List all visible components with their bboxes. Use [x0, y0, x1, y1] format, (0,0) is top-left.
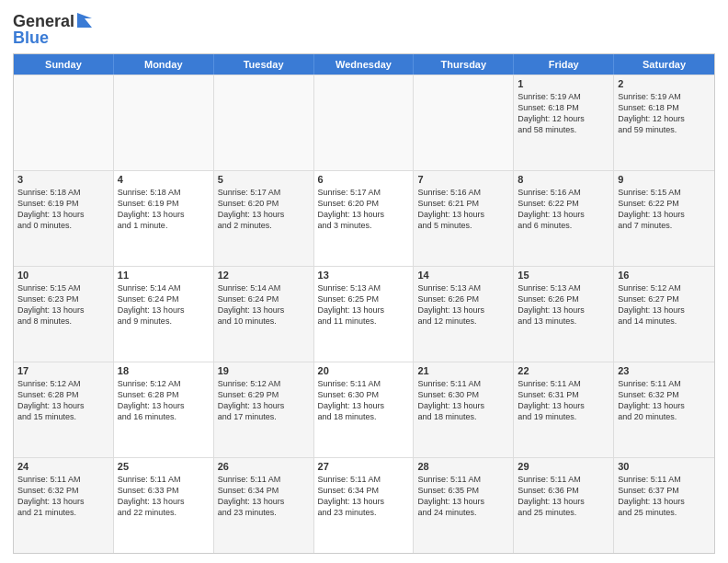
cal-cell-empty-0-0	[14, 75, 114, 170]
page: General Blue SundayMondayTuesdayWednesda…	[0, 0, 728, 563]
calendar-body: 1Sunrise: 5:19 AMSunset: 6:18 PMDaylight…	[14, 75, 714, 553]
cell-info: Sunrise: 5:13 AMSunset: 6:26 PMDaylight:…	[518, 282, 609, 327]
cell-info: Sunrise: 5:15 AMSunset: 6:23 PMDaylight:…	[17, 282, 109, 327]
cal-cell-1: 1Sunrise: 5:19 AMSunset: 6:18 PMDaylight…	[514, 75, 614, 170]
cal-cell-27: 27Sunrise: 5:11 AMSunset: 6:34 PMDayligh…	[314, 458, 415, 553]
header-day-sunday: Sunday	[14, 54, 114, 75]
cal-cell-22: 22Sunrise: 5:11 AMSunset: 6:31 PMDayligh…	[514, 362, 614, 457]
cell-info: Sunrise: 5:15 AMSunset: 6:22 PMDaylight:…	[618, 187, 711, 232]
cell-info: Sunrise: 5:17 AMSunset: 6:20 PMDaylight:…	[218, 187, 310, 232]
cell-info: Sunrise: 5:11 AMSunset: 6:30 PMDaylight:…	[417, 378, 509, 423]
cell-info: Sunrise: 5:11 AMSunset: 6:31 PMDaylight:…	[518, 378, 609, 423]
header-day-wednesday: Wednesday	[314, 54, 415, 75]
header-day-monday: Monday	[114, 54, 214, 75]
cal-cell-18: 18Sunrise: 5:12 AMSunset: 6:28 PMDayligh…	[114, 362, 214, 457]
cal-cell-7: 7Sunrise: 5:16 AMSunset: 6:21 PMDaylight…	[414, 171, 514, 266]
day-number: 23	[618, 365, 711, 376]
day-number: 19	[218, 365, 310, 376]
day-number: 3	[17, 174, 109, 185]
day-number: 11	[118, 270, 210, 281]
day-number: 8	[518, 174, 609, 185]
cell-info: Sunrise: 5:11 AMSunset: 6:33 PMDaylight:…	[118, 474, 210, 519]
calendar-row-1: 3Sunrise: 5:18 AMSunset: 6:19 PMDaylight…	[14, 170, 714, 266]
cell-info: Sunrise: 5:13 AMSunset: 6:25 PMDaylight:…	[318, 282, 410, 327]
cell-info: Sunrise: 5:14 AMSunset: 6:24 PMDaylight:…	[218, 282, 310, 327]
cal-cell-11: 11Sunrise: 5:14 AMSunset: 6:24 PMDayligh…	[114, 267, 214, 362]
cal-cell-9: 9Sunrise: 5:15 AMSunset: 6:22 PMDaylight…	[614, 171, 714, 266]
cal-cell-29: 29Sunrise: 5:11 AMSunset: 6:36 PMDayligh…	[514, 458, 614, 553]
calendar-row-0: 1Sunrise: 5:19 AMSunset: 6:18 PMDaylight…	[14, 75, 714, 170]
cal-cell-empty-0-1	[114, 75, 214, 170]
cal-cell-empty-0-4	[414, 75, 514, 170]
cell-info: Sunrise: 5:11 AMSunset: 6:34 PMDaylight:…	[318, 474, 410, 519]
day-number: 16	[618, 270, 711, 281]
cell-info: Sunrise: 5:19 AMSunset: 6:18 PMDaylight:…	[618, 91, 711, 136]
cell-info: Sunrise: 5:11 AMSunset: 6:36 PMDaylight:…	[518, 474, 609, 519]
cal-cell-6: 6Sunrise: 5:17 AMSunset: 6:20 PMDaylight…	[314, 171, 415, 266]
cal-cell-28: 28Sunrise: 5:11 AMSunset: 6:35 PMDayligh…	[414, 458, 514, 553]
cal-cell-17: 17Sunrise: 5:12 AMSunset: 6:28 PMDayligh…	[14, 362, 114, 457]
cell-info: Sunrise: 5:11 AMSunset: 6:37 PMDaylight:…	[618, 474, 711, 519]
cell-info: Sunrise: 5:11 AMSunset: 6:30 PMDaylight:…	[318, 378, 410, 423]
day-number: 12	[218, 270, 310, 281]
day-number: 4	[118, 174, 210, 185]
cal-cell-5: 5Sunrise: 5:17 AMSunset: 6:20 PMDaylight…	[214, 171, 314, 266]
day-number: 21	[417, 365, 509, 376]
cell-info: Sunrise: 5:19 AMSunset: 6:18 PMDaylight:…	[518, 91, 609, 136]
header: General Blue	[13, 9, 715, 48]
day-number: 24	[17, 461, 109, 472]
header-day-saturday: Saturday	[614, 54, 714, 75]
day-number: 15	[518, 270, 609, 281]
calendar-row-3: 17Sunrise: 5:12 AMSunset: 6:28 PMDayligh…	[14, 362, 714, 457]
cell-info: Sunrise: 5:12 AMSunset: 6:28 PMDaylight:…	[118, 378, 210, 423]
calendar-row-4: 24Sunrise: 5:11 AMSunset: 6:32 PMDayligh…	[14, 457, 714, 553]
cal-cell-13: 13Sunrise: 5:13 AMSunset: 6:25 PMDayligh…	[314, 267, 415, 362]
cal-cell-19: 19Sunrise: 5:12 AMSunset: 6:29 PMDayligh…	[214, 362, 314, 457]
cal-cell-24: 24Sunrise: 5:11 AMSunset: 6:32 PMDayligh…	[14, 458, 114, 553]
day-number: 29	[518, 461, 609, 472]
day-number: 27	[318, 461, 410, 472]
cal-cell-empty-0-3	[314, 75, 415, 170]
day-number: 18	[118, 365, 210, 376]
day-number: 28	[417, 461, 509, 472]
cal-cell-3: 3Sunrise: 5:18 AMSunset: 6:19 PMDaylight…	[14, 171, 114, 266]
cal-cell-4: 4Sunrise: 5:18 AMSunset: 6:19 PMDaylight…	[114, 171, 214, 266]
header-day-friday: Friday	[514, 54, 614, 75]
day-number: 5	[218, 174, 310, 185]
cell-info: Sunrise: 5:17 AMSunset: 6:20 PMDaylight:…	[318, 187, 410, 232]
cell-info: Sunrise: 5:18 AMSunset: 6:19 PMDaylight:…	[17, 187, 109, 232]
cal-cell-16: 16Sunrise: 5:12 AMSunset: 6:27 PMDayligh…	[614, 267, 714, 362]
cal-cell-14: 14Sunrise: 5:13 AMSunset: 6:26 PMDayligh…	[414, 267, 514, 362]
cal-cell-8: 8Sunrise: 5:16 AMSunset: 6:22 PMDaylight…	[514, 171, 614, 266]
svg-marker-0	[77, 13, 92, 28]
calendar: SundayMondayTuesdayWednesdayThursdayFrid…	[13, 53, 715, 554]
cal-cell-30: 30Sunrise: 5:11 AMSunset: 6:37 PMDayligh…	[614, 458, 714, 553]
cal-cell-15: 15Sunrise: 5:13 AMSunset: 6:26 PMDayligh…	[514, 267, 614, 362]
cell-info: Sunrise: 5:12 AMSunset: 6:28 PMDaylight:…	[17, 378, 109, 423]
cell-info: Sunrise: 5:11 AMSunset: 6:32 PMDaylight:…	[618, 378, 711, 423]
day-number: 22	[518, 365, 609, 376]
cal-cell-23: 23Sunrise: 5:11 AMSunset: 6:32 PMDayligh…	[614, 362, 714, 457]
cal-cell-2: 2Sunrise: 5:19 AMSunset: 6:18 PMDaylight…	[614, 75, 714, 170]
cal-cell-empty-0-2	[214, 75, 314, 170]
cell-info: Sunrise: 5:12 AMSunset: 6:27 PMDaylight:…	[618, 282, 711, 327]
cell-info: Sunrise: 5:12 AMSunset: 6:29 PMDaylight:…	[218, 378, 310, 423]
day-number: 14	[417, 270, 509, 281]
day-number: 2	[618, 78, 711, 89]
cell-info: Sunrise: 5:11 AMSunset: 6:35 PMDaylight:…	[417, 474, 509, 519]
logo-text-blue: Blue	[13, 29, 94, 48]
day-number: 26	[218, 461, 310, 472]
calendar-row-2: 10Sunrise: 5:15 AMSunset: 6:23 PMDayligh…	[14, 266, 714, 362]
cell-info: Sunrise: 5:16 AMSunset: 6:22 PMDaylight:…	[518, 187, 609, 232]
cell-info: Sunrise: 5:11 AMSunset: 6:32 PMDaylight:…	[17, 474, 109, 519]
cal-cell-26: 26Sunrise: 5:11 AMSunset: 6:34 PMDayligh…	[214, 458, 314, 553]
cal-cell-10: 10Sunrise: 5:15 AMSunset: 6:23 PMDayligh…	[14, 267, 114, 362]
cell-info: Sunrise: 5:11 AMSunset: 6:34 PMDaylight:…	[218, 474, 310, 519]
day-number: 25	[118, 461, 210, 472]
day-number: 17	[17, 365, 109, 376]
day-number: 20	[318, 365, 410, 376]
cal-cell-21: 21Sunrise: 5:11 AMSunset: 6:30 PMDayligh…	[414, 362, 514, 457]
cell-info: Sunrise: 5:13 AMSunset: 6:26 PMDaylight:…	[417, 282, 509, 327]
header-day-tuesday: Tuesday	[214, 54, 314, 75]
cell-info: Sunrise: 5:18 AMSunset: 6:19 PMDaylight:…	[118, 187, 210, 232]
